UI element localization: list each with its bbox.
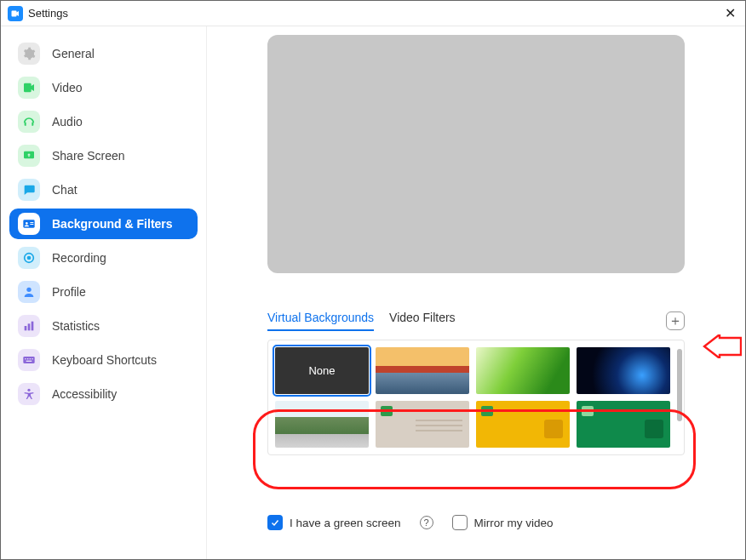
svg-point-6 [27,256,32,260]
tabs: Virtual Backgrounds Video Filters [267,311,666,331]
sidebar-item-label: General [52,47,95,60]
sidebar-item-keyboard-shortcuts[interactable]: Keyboard Shortcuts [9,345,198,375]
background-thumb-grass[interactable] [476,347,570,394]
body: General Video Audio Share Screen [1,26,745,559]
stats-icon [18,315,40,337]
svg-rect-14 [30,358,31,359]
svg-point-2 [26,222,28,225]
mirror-label: Mirror my video [474,517,554,529]
tabs-row: Virtual Backgrounds Video Filters ＋ [267,311,685,331]
audio-icon [18,111,40,133]
chat-icon [18,179,40,201]
svg-point-17 [27,389,30,391]
sidebar: General Video Audio Share Screen [1,26,207,559]
sidebar-item-label: Recording [52,251,106,265]
sidebar-item-label: Statistics [52,319,100,333]
sidebar-item-video[interactable]: Video [9,72,198,103]
app-icon [8,6,23,21]
sidebar-item-audio[interactable]: Audio [9,106,198,137]
sidebar-item-recording[interactable]: Recording [9,243,198,273]
background-thumb-green-slide[interactable] [577,401,670,448]
background-thumb-beige-slide[interactable] [376,401,469,448]
background-thumb-none[interactable]: None [275,347,369,394]
svg-rect-10 [32,322,34,331]
annotation-arrow [703,334,742,358]
footer-options: I have a green screen ? Mirror my video [267,515,685,530]
user-icon [18,281,40,303]
thumb-label: None [308,364,335,377]
sidebar-item-label: Share Screen [52,149,125,163]
svg-rect-8 [25,326,27,330]
svg-rect-4 [30,224,33,225]
sidebar-item-statistics[interactable]: Statistics [9,311,198,341]
close-button[interactable]: ✕ [721,5,738,22]
sidebar-item-label: Audio [52,115,83,129]
sidebar-item-accessibility[interactable]: Accessibility [9,379,198,409]
sidebar-item-label: Keyboard Shortcuts [52,353,157,367]
video-preview [267,35,685,273]
sidebar-item-general[interactable]: General [9,38,198,69]
scrollbar-handle[interactable] [677,349,682,421]
background-thumb-campus-hill[interactable] [275,401,369,448]
sidebar-item-label: Accessibility [52,387,117,401]
tab-virtual-backgrounds[interactable]: Virtual Backgrounds [267,311,374,331]
svg-rect-11 [23,357,34,363]
main-panel: Virtual Backgrounds Video Filters ＋ None [207,26,745,559]
svg-rect-12 [25,358,26,359]
sidebar-item-label: Background & Filters [52,217,173,231]
sidebar-item-profile[interactable]: Profile [9,277,198,307]
green-screen-label: I have a green screen [290,517,401,529]
sidebar-item-background-filters[interactable]: Background & Filters [9,209,198,239]
background-thumb-earth-space[interactable] [577,347,670,394]
keyboard-icon [18,349,40,371]
add-background-button[interactable]: ＋ [666,311,685,330]
svg-point-7 [26,288,31,292]
titlebar-left: Settings [8,6,68,21]
green-screen-checkbox[interactable]: I have a green screen [267,515,401,530]
svg-rect-15 [32,358,32,359]
checkbox-checked-icon [267,515,283,530]
record-icon [18,247,40,269]
svg-rect-9 [28,323,31,330]
mirror-video-checkbox[interactable]: Mirror my video [452,515,554,530]
svg-rect-3 [30,222,33,223]
video-icon [18,77,40,99]
sidebar-item-label: Video [52,81,83,94]
sidebar-item-chat[interactable]: Chat [9,174,198,205]
window-title: Settings [28,7,68,20]
profile-card-icon [18,213,40,235]
sidebar-item-label: Profile [52,285,86,299]
checkbox-unchecked-icon [452,515,468,530]
backgrounds-list: None [267,340,685,455]
sidebar-item-label: Chat [52,183,77,197]
settings-window: Settings ✕ General Video Audi [0,0,746,560]
background-thumb-orange-slide[interactable] [476,401,570,448]
svg-rect-16 [26,361,32,362]
backgrounds-scrollbar[interactable] [677,349,682,446]
tab-video-filters[interactable]: Video Filters [389,311,456,331]
sidebar-item-share-screen[interactable]: Share Screen [9,140,198,171]
share-screen-icon [18,145,40,167]
help-icon[interactable]: ? [420,516,433,529]
titlebar: Settings ✕ [1,1,745,26]
background-thumb-golden-gate[interactable] [376,347,469,394]
gear-icon [18,43,40,65]
svg-rect-13 [27,358,28,359]
accessibility-icon [18,383,40,405]
